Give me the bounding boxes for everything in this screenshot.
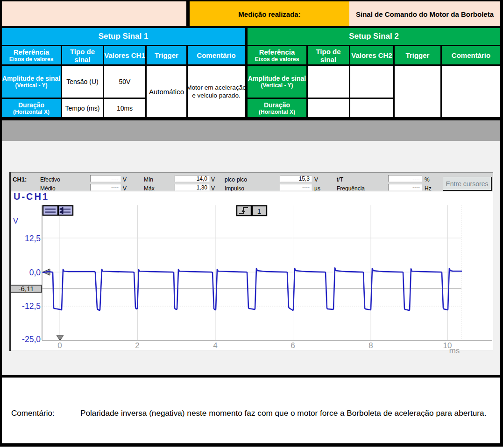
- svg-text:0,0: 0,0: [29, 268, 41, 277]
- svg-text:8: 8: [368, 341, 373, 350]
- svg-text:ms: ms: [449, 346, 460, 355]
- svg-text:6: 6: [290, 341, 295, 350]
- svg-text:1: 1: [257, 207, 261, 215]
- svg-text:-6,11: -6,11: [18, 285, 34, 293]
- svg-text:-25,0: -25,0: [22, 335, 41, 344]
- svg-text:4: 4: [213, 341, 217, 350]
- svg-text:V: V: [13, 217, 18, 225]
- svg-text:0: 0: [57, 341, 62, 350]
- svg-text:12,5: 12,5: [25, 234, 41, 243]
- svg-text:2: 2: [135, 341, 139, 350]
- svg-text:-12,5: -12,5: [22, 301, 41, 311]
- svg-text:U-CH1: U-CH1: [14, 191, 49, 202]
